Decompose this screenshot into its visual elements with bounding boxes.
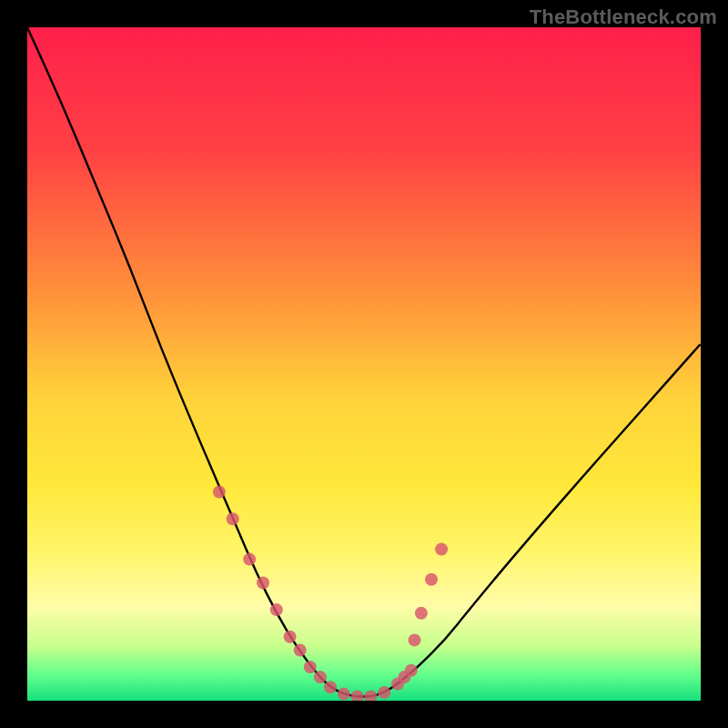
- chart-frame: TheBottleneck.com: [0, 0, 728, 728]
- plot-area: [27, 27, 701, 701]
- svg-rect-0: [27, 27, 701, 701]
- background-gradient: [27, 27, 701, 701]
- watermark-text: TheBottleneck.com: [530, 5, 717, 29]
